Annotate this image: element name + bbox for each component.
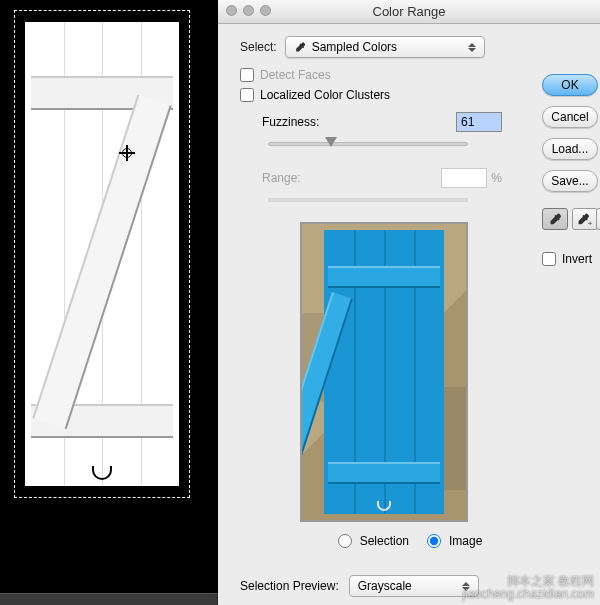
range-input xyxy=(441,168,487,188)
fuzziness-label: Fuzziness: xyxy=(262,115,319,129)
color-range-dialog: Color Range Select: Sampled Colors Detec… xyxy=(218,0,600,605)
invert-label: Invert xyxy=(562,252,592,266)
image-radio-label: Image xyxy=(449,534,482,548)
fuzziness-slider[interactable] xyxy=(268,142,468,146)
range-slider xyxy=(268,198,468,202)
eyedropper-icon xyxy=(548,212,562,226)
image-radio-option[interactable]: Image xyxy=(427,534,482,548)
save-button[interactable]: Save... xyxy=(542,170,598,192)
eyedropper-icon xyxy=(294,41,306,53)
range-unit: % xyxy=(491,171,502,185)
selection-radio-label: Selection xyxy=(360,534,409,548)
eyedropper-minus-tool[interactable] xyxy=(596,208,600,230)
dialog-title: Color Range xyxy=(373,4,446,19)
invert-checkbox[interactable] xyxy=(542,252,556,266)
selection-preview-value: Grayscale xyxy=(358,579,412,593)
ok-button[interactable]: OK xyxy=(542,74,598,96)
select-dropdown[interactable]: Sampled Colors xyxy=(285,36,485,58)
zoom-icon[interactable] xyxy=(260,5,271,16)
canvas-workspace[interactable] xyxy=(0,0,218,605)
selection-marquee xyxy=(14,10,190,498)
selection-radio[interactable] xyxy=(338,534,352,548)
selection-preview-label: Selection Preview: xyxy=(240,579,339,593)
range-label: Range: xyxy=(262,171,301,185)
image-radio[interactable] xyxy=(427,534,441,548)
eyedropper-tool[interactable] xyxy=(542,208,568,230)
dropdown-arrows-icon xyxy=(458,576,474,596)
preview-image[interactable] xyxy=(300,222,468,522)
cancel-button[interactable]: Cancel xyxy=(542,106,598,128)
localized-clusters-label: Localized Color Clusters xyxy=(260,88,390,102)
eyedropper-plus-tool[interactable]: + xyxy=(572,208,598,230)
dialog-body: Select: Sampled Colors Detect Faces Loca… xyxy=(218,24,600,605)
slider-thumb-icon[interactable] xyxy=(325,137,337,147)
detect-faces-label: Detect Faces xyxy=(260,68,331,82)
selection-preview-dropdown[interactable]: Grayscale xyxy=(349,575,479,597)
load-button[interactable]: Load... xyxy=(542,138,598,160)
detect-faces-checkbox[interactable] xyxy=(240,68,254,82)
bw-preview-image xyxy=(25,22,179,486)
status-strip xyxy=(0,593,218,605)
close-icon[interactable] xyxy=(226,5,237,16)
dropdown-arrows-icon xyxy=(464,37,480,57)
minimize-icon[interactable] xyxy=(243,5,254,16)
window-controls[interactable] xyxy=(226,5,271,16)
dialog-titlebar[interactable]: Color Range xyxy=(218,0,600,24)
select-value: Sampled Colors xyxy=(312,40,397,54)
selection-radio-option[interactable]: Selection xyxy=(338,534,409,548)
fuzziness-input[interactable] xyxy=(456,112,502,132)
localized-clusters-checkbox[interactable] xyxy=(240,88,254,102)
select-label: Select: xyxy=(240,40,277,54)
